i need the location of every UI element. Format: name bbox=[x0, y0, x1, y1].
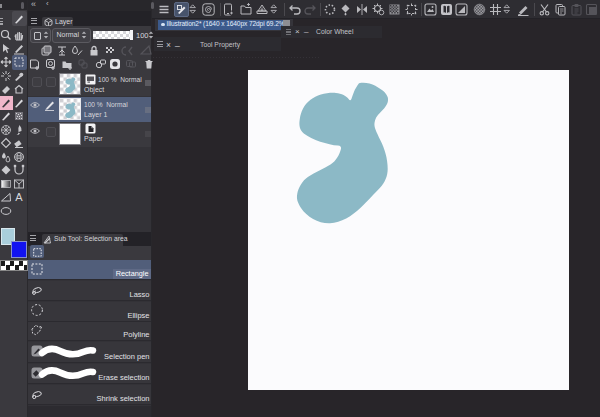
svg-text:A: A bbox=[16, 191, 24, 203]
